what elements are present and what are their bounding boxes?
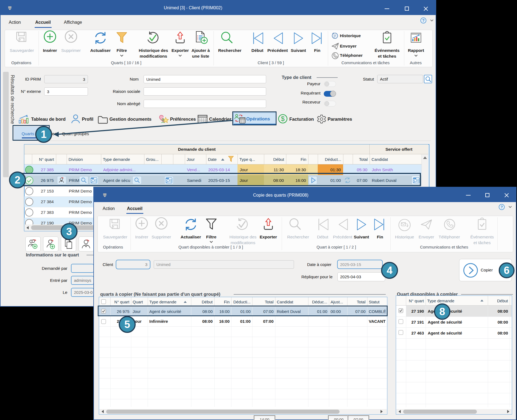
svg-text:?: ? [501,205,503,209]
svg-text:?: ? [422,18,425,23]
